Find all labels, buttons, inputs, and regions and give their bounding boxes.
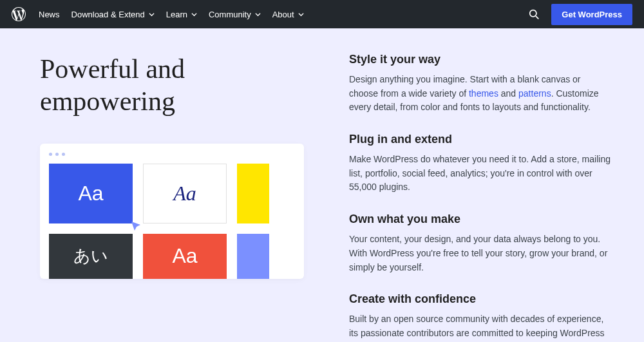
section-own: Own what you make Your content, your des… — [349, 213, 612, 274]
nav-left: News Download & Extend Learn Community A… — [12, 7, 304, 21]
chevron-down-icon — [149, 12, 155, 17]
theme-illustration: Aa Aa あい Aa — [40, 144, 304, 279]
svg-line-1 — [536, 16, 538, 19]
tile-yellow — [237, 164, 269, 223]
patterns-link[interactable]: patterns — [518, 88, 551, 99]
main-content: Powerful and empowering Aa Aa あい Aa Styl… — [0, 28, 644, 342]
section-style: Style it your way Design anything you im… — [349, 53, 612, 115]
tile-blue: Aa — [49, 164, 133, 223]
nav-right: Get WordPress — [529, 4, 632, 25]
section-title: Own what you make — [349, 213, 612, 226]
cursor-icon — [130, 220, 143, 233]
right-column: Style it your way Design anything you im… — [349, 53, 612, 342]
section-title: Style it your way — [349, 53, 612, 66]
svg-point-0 — [530, 10, 536, 16]
nav-links: News Download & Extend Learn Community A… — [39, 10, 304, 19]
section-body: Make WordPress do whatever you need it t… — [349, 153, 612, 195]
chevron-down-icon — [191, 12, 197, 17]
get-wordpress-button[interactable]: Get WordPress — [551, 4, 632, 25]
nav-item-download[interactable]: Download & Extend — [71, 10, 155, 19]
section-body: Design anything you imagine. Start with … — [349, 73, 612, 115]
section-title: Create with confidence — [349, 292, 612, 306]
tile-light-blue — [237, 234, 269, 279]
chevron-down-icon — [255, 12, 261, 17]
nav-item-learn[interactable]: Learn — [166, 10, 197, 19]
nav-item-news[interactable]: News — [39, 10, 60, 19]
tile-white: Aa — [143, 164, 227, 223]
window-dots-icon — [49, 153, 295, 156]
tile-dark: あい — [49, 234, 133, 279]
tile-red: Aa — [143, 234, 227, 279]
nav-item-community[interactable]: Community — [209, 10, 261, 19]
section-plugin: Plug in and extend Make WordPress do wha… — [349, 133, 612, 195]
chevron-down-icon — [298, 12, 304, 17]
theme-tiles: Aa Aa あい Aa — [49, 164, 295, 279]
wordpress-logo-icon[interactable] — [12, 7, 26, 21]
section-body: Built by an open source community with d… — [349, 312, 612, 342]
section-body: Your content, your design, and your data… — [349, 233, 612, 274]
search-icon[interactable] — [529, 9, 540, 20]
left-column: Powerful and empowering Aa Aa あい Aa — [40, 53, 304, 342]
section-title: Plug in and extend — [349, 133, 612, 146]
themes-link[interactable]: themes — [469, 88, 498, 99]
section-confidence: Create with confidence Built by an open … — [349, 292, 612, 342]
hero-title: Powerful and empowering — [40, 53, 304, 118]
top-nav: News Download & Extend Learn Community A… — [0, 0, 644, 28]
nav-item-about[interactable]: About — [272, 10, 304, 19]
